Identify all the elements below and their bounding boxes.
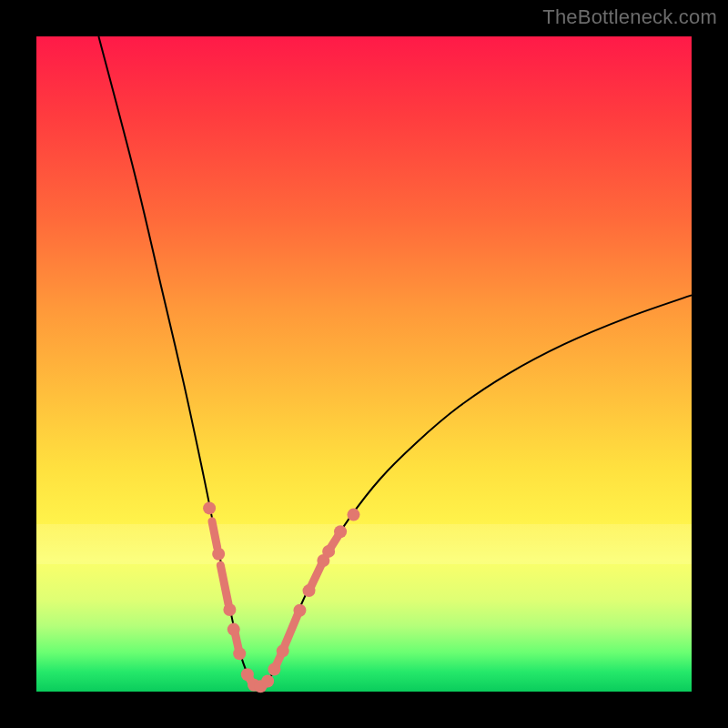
marker-segment — [220, 565, 228, 603]
marker-dot — [203, 501, 216, 514]
marker-segment — [285, 614, 298, 646]
marker-dot — [233, 647, 246, 660]
marker-dot — [293, 604, 306, 617]
marker-dot — [268, 663, 280, 676]
plot-area — [36, 36, 692, 692]
marker-dot — [223, 603, 236, 616]
marker-segment — [212, 521, 217, 548]
marker-dot — [241, 668, 254, 681]
marker-dot — [347, 509, 359, 521]
marker-segment — [310, 564, 321, 588]
main-curve — [98, 36, 692, 687]
marker-dot — [277, 644, 289, 657]
chart-svg — [36, 36, 692, 692]
marker-dot — [322, 545, 335, 558]
chart-frame: TheBottleneck.com — [0, 0, 728, 728]
watermark-text: TheBottleneck.com — [542, 5, 717, 29]
marker-dot — [228, 623, 240, 636]
marker-dot — [303, 584, 316, 597]
marker-dot — [334, 525, 347, 538]
marker-dot — [212, 548, 225, 561]
marker-dot — [261, 674, 274, 687]
